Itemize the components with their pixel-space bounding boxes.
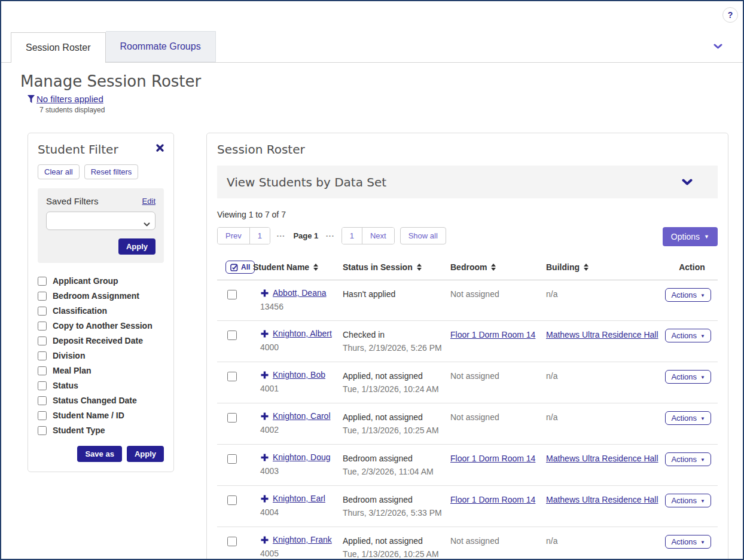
student-filter-title: Student Filter <box>38 142 118 157</box>
filter-category-checkbox[interactable] <box>38 336 47 345</box>
building-na: n/a <box>546 536 557 546</box>
prev-page-button[interactable]: Prev <box>218 228 249 244</box>
filter-category-checkbox[interactable] <box>38 381 47 390</box>
filter-category-item: Student Name / ID <box>38 411 164 420</box>
filter-category-label[interactable]: Meal Plan <box>53 366 92 375</box>
filter-category-label[interactable]: Student Name / ID <box>53 411 124 420</box>
bedroom-not-assigned: Not assigned <box>450 289 499 299</box>
row-checkbox[interactable] <box>227 290 237 299</box>
row-checkbox[interactable] <box>227 537 237 546</box>
column-header-status[interactable]: Status in Session <box>343 262 450 272</box>
select-all-button[interactable]: All <box>225 261 255 274</box>
filter-category-checkbox[interactable] <box>38 322 47 331</box>
close-icon[interactable] <box>156 143 164 154</box>
filter-category-checkbox[interactable] <box>38 351 47 360</box>
saved-filters-select[interactable] <box>46 212 155 230</box>
add-roommate-plus-icon[interactable] <box>261 330 269 338</box>
filter-category-label[interactable]: Deposit Received Date <box>53 336 143 345</box>
dataset-bar-label: View Students by Data Set <box>227 175 386 189</box>
student-name-link[interactable]: Knighton, Carol <box>273 411 331 421</box>
actions-button[interactable]: Actions▼ <box>665 452 711 466</box>
student-name-link[interactable]: Knighton, Albert <box>273 329 332 338</box>
caret-down-icon: ▼ <box>700 540 705 545</box>
actions-button[interactable]: Actions▼ <box>665 370 711 384</box>
status-date: Tue, 1/13/2026, 10:25 AM <box>343 426 450 435</box>
reset-filters-button[interactable]: Reset filters <box>84 164 139 179</box>
add-roommate-plus-icon[interactable] <box>261 371 269 379</box>
filter-apply-button[interactable]: Apply <box>127 446 164 462</box>
filter-category-label[interactable]: Bedroom Assignment <box>53 291 139 301</box>
filter-category-label[interactable]: Status <box>53 381 78 390</box>
help-button[interactable]: ? <box>722 7 738 23</box>
bedroom-link[interactable]: Floor 1 Dorm Room 14 <box>450 454 535 463</box>
filter-category-checkbox[interactable] <box>38 411 47 420</box>
row-checkbox[interactable] <box>227 495 237 505</box>
filter-category-label[interactable]: Applicant Group <box>53 276 118 286</box>
student-name-link[interactable]: Knighton, Doug <box>273 452 331 462</box>
filter-category-checkbox[interactable] <box>38 277 47 286</box>
add-roommate-plus-icon[interactable] <box>261 536 269 544</box>
filter-category-checkbox[interactable] <box>38 426 47 435</box>
last-page-button[interactable]: 1 <box>342 228 362 244</box>
caret-down-icon: ▼ <box>704 234 709 240</box>
filter-category-label[interactable]: Status Changed Date <box>53 396 137 405</box>
edit-saved-filters-link[interactable]: Edit <box>142 197 155 206</box>
view-students-by-dataset-bar[interactable]: View Students by Data Set <box>217 166 718 198</box>
session-roster-panel: Session Roster View Students by Data Set… <box>206 133 728 560</box>
show-all-button[interactable]: Show all <box>400 227 446 244</box>
row-checkbox[interactable] <box>227 372 237 381</box>
save-as-button[interactable]: Save as <box>77 446 121 462</box>
tab-roommate-groups[interactable]: Roommate Groups <box>106 31 216 62</box>
column-header-bedroom[interactable]: Bedroom <box>450 262 546 272</box>
building-link[interactable]: Mathews Ultra Residence Hall <box>546 330 658 339</box>
column-header-student-name[interactable]: Student Name <box>253 262 343 272</box>
saved-filter-apply-button[interactable]: Apply <box>118 238 155 255</box>
filter-category-checkbox[interactable] <box>38 292 47 301</box>
bedroom-link[interactable]: Floor 1 Dorm Room 14 <box>450 330 535 339</box>
actions-button[interactable]: Actions▼ <box>665 494 711 507</box>
add-roommate-plus-icon[interactable] <box>261 495 269 503</box>
filter-category-label[interactable]: Classification <box>53 306 107 316</box>
clear-all-button[interactable]: Clear all <box>38 164 80 179</box>
filter-category-label[interactable]: Student Type <box>53 426 105 435</box>
collapse-chevron-icon[interactable] <box>713 41 722 51</box>
building-link[interactable]: Mathews Ultra Residence Hall <box>546 454 658 463</box>
saved-filters-box: Saved Filters Edit Apply <box>38 188 164 263</box>
next-page-button[interactable]: Next <box>362 228 394 244</box>
student-name-link[interactable]: Knighton, Frank <box>273 535 332 544</box>
filter-category-label[interactable]: Copy to Another Session <box>53 321 153 331</box>
actions-button[interactable]: Actions▼ <box>665 535 711 549</box>
no-filters-applied-link[interactable]: No filters applied <box>36 94 103 104</box>
add-roommate-plus-icon[interactable] <box>261 412 269 420</box>
building-link[interactable]: Mathews Ultra Residence Hall <box>546 495 658 504</box>
actions-button[interactable]: Actions▼ <box>665 411 711 425</box>
filter-category-item: Status Changed Date <box>38 396 164 405</box>
actions-button[interactable]: Actions▼ <box>665 329 711 342</box>
row-checkbox[interactable] <box>227 413 237 423</box>
row-checkbox[interactable] <box>227 331 237 340</box>
current-page-label: Page 1 <box>293 231 318 240</box>
filter-category-item: Status <box>38 381 164 390</box>
filter-category-checkbox[interactable] <box>38 366 47 375</box>
actions-button[interactable]: Actions▼ <box>665 288 711 302</box>
student-id: 4001 <box>253 384 343 393</box>
column-header-building[interactable]: Building <box>546 262 666 272</box>
status-date: Tue, 2/3/2026, 11:04 AM <box>343 467 450 476</box>
student-name-link[interactable]: Knighton, Earl <box>273 494 325 503</box>
status-in-session: Hasn't applied <box>343 288 450 299</box>
student-name-link[interactable]: Knighton, Bob <box>273 370 325 380</box>
bedroom-link[interactable]: Floor 1 Dorm Room 14 <box>450 495 535 504</box>
filter-category-item: Deposit Received Date <box>38 336 164 345</box>
options-button[interactable]: Options▼ <box>663 227 718 246</box>
add-roommate-plus-icon[interactable] <box>261 289 269 297</box>
tab-session-roster[interactable]: Session Roster <box>11 32 106 63</box>
student-name-link[interactable]: Abbott, Deana <box>273 288 327 298</box>
caret-down-icon: ▼ <box>700 375 705 380</box>
filter-category-checkbox[interactable] <box>38 307 47 316</box>
page-1-button[interactable]: 1 <box>249 228 270 244</box>
filter-category-item: Applicant Group <box>38 276 164 286</box>
filter-category-checkbox[interactable] <box>38 396 47 405</box>
filter-category-label[interactable]: Division <box>53 351 85 360</box>
add-roommate-plus-icon[interactable] <box>261 454 269 461</box>
row-checkbox[interactable] <box>227 454 237 464</box>
